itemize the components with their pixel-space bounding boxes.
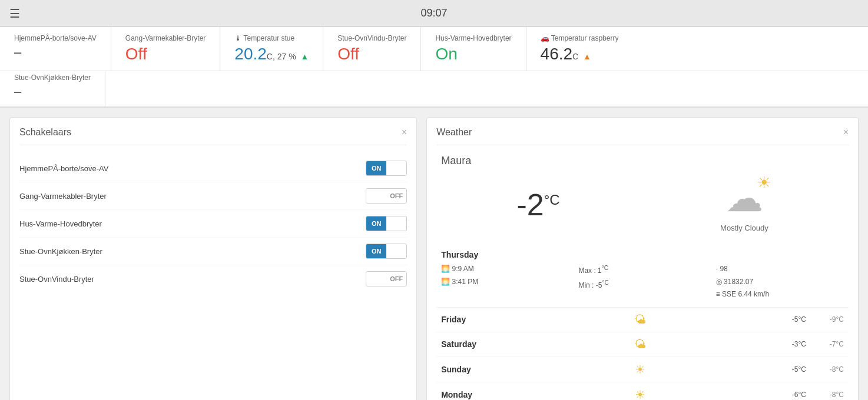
- forecast-row-sunday: Sunday ☀ -5°C -8°C: [436, 357, 849, 382]
- status-item-hjemme: HjemmePÅ-borte/sove-AV –: [0, 27, 111, 71]
- status-value-temp-raspberry: 46.2C ▲: [541, 45, 619, 64]
- temp-raspberry-arrow: ▲: [583, 52, 591, 61]
- status-label-temp-stue: 🌡 Temperatur stue: [234, 34, 309, 42]
- toggle-on-vindu[interactable]: [366, 272, 386, 286]
- switch-label-vindu: Stue-OvnVindu-Bryter: [19, 275, 366, 284]
- thursday-stats: · 98 ◎ 31832.07 ≡ SSE 6.44 km/h: [716, 263, 844, 301]
- status-value-stue-vindu: Off: [337, 45, 406, 64]
- wind-icon: ≡: [716, 290, 720, 298]
- sunset-icon: 🌅: [441, 278, 450, 286]
- status-item-temp-raspberry: 🚗 Temperatur raspberry 46.2C ▲: [526, 27, 633, 71]
- toggle-vindu[interactable]: OFF: [366, 271, 407, 286]
- forecast-day-friday: Friday: [441, 315, 488, 324]
- weather-location: Maura: [436, 155, 849, 167]
- car-icon: 🚗: [541, 34, 549, 42]
- weather-icon-area: ☁ ☀ Mostly Cloudy: [720, 176, 768, 232]
- sun-rays-icon: ☀: [757, 173, 771, 192]
- thursday-label: Thursday: [441, 250, 844, 259]
- status-item-gang: Gang-Varmekabler-Bryter Off: [111, 27, 221, 71]
- switch-label-hus: Hus-Varme-Hovedbryter: [19, 219, 366, 228]
- forecast-high-monday: -8°C: [830, 391, 844, 399]
- forecast-low-saturday: -3°C: [792, 340, 806, 348]
- weather-panel: Weather × Maura -2°C ☁ ☀ Mostly Cloudy T…: [426, 117, 859, 400]
- pressure-icon: ◎: [716, 278, 722, 286]
- weather-main: -2°C ☁ ☀ Mostly Cloudy: [436, 176, 849, 232]
- switch-label-kjokken: Stue-OvnKjøkken-Bryter: [19, 247, 366, 256]
- schakelaars-panel: Schakelaars × HjemmePÅ-borte/sove-AV ON …: [9, 117, 417, 400]
- status-item-stue-vindu: Stue-OvnVindu-Bryter Off: [323, 27, 421, 71]
- forecast-icon-friday: 🌤: [488, 313, 792, 326]
- status-label-hus-varme: Hus-Varme-Hovedbryter: [435, 34, 511, 42]
- forecast-icon-sunday: ☀: [488, 362, 792, 376]
- sunrise-icon: 🌅: [441, 265, 450, 273]
- weather-temperature: -2°C: [516, 187, 559, 222]
- status-bar: HjemmePÅ-borte/sove-AV – Gang-Varmekable…: [0, 27, 868, 71]
- forecast-high-friday: -9°C: [830, 315, 844, 324]
- forecast-day-monday: Monday: [441, 390, 488, 399]
- toggle-on-gang[interactable]: [366, 189, 386, 203]
- thursday-row: Thursday 🌅 9:9 AM 🌅 3:41 PM Max : 1°C Mi…: [436, 244, 849, 308]
- thermometer-icon: 🌡: [234, 34, 241, 42]
- status-label-stue-vindu: Stue-OvnVindu-Bryter: [337, 34, 406, 42]
- toggle-gang[interactable]: OFF: [366, 188, 407, 204]
- status-label-kjokken: Stue-OvnKjøkken-Bryter: [14, 74, 91, 82]
- forecast-low-monday: -6°C: [792, 391, 806, 399]
- thursday-times: 🌅 9:9 AM 🌅 3:41 PM: [441, 263, 569, 301]
- temp-arrow-up: ▲: [300, 52, 309, 61]
- switch-row-gang: Gang-Varmekabler-Bryter OFF: [19, 182, 407, 210]
- status-item-temp-stue: 🌡 Temperatur stue 20.2C, 27 % ▲: [220, 27, 323, 71]
- status-label-temp-raspberry: 🚗 Temperatur raspberry: [541, 34, 619, 42]
- status-bar-2: Stue-OvnKjøkken-Bryter –: [0, 71, 868, 108]
- status-value-kjokken: –: [14, 84, 91, 99]
- thursday-maxmin: Max : 1°C Min : -5°C: [578, 263, 706, 301]
- forecast-low-sunday: -5°C: [792, 365, 806, 374]
- switch-row-hus: Hus-Varme-Hovedbryter ON: [19, 210, 407, 238]
- menu-icon[interactable]: ☰: [9, 6, 20, 21]
- switch-row-kjokken: Stue-OvnKjøkken-Bryter ON: [19, 238, 407, 265]
- forecast-row-friday: Friday 🌤 -5°C -9°C: [436, 308, 849, 332]
- status-value-gang: Off: [125, 45, 206, 64]
- toggle-hus[interactable]: ON: [366, 216, 407, 231]
- clock-display: 09:07: [420, 7, 447, 19]
- forecast-day-saturday: Saturday: [441, 339, 488, 349]
- weather-condition: Mostly Cloudy: [720, 224, 768, 232]
- forecast-row-monday: Monday ☀ -6°C -8°C: [436, 382, 849, 400]
- status-value-hjemme: –: [14, 45, 97, 60]
- forecast-icon-monday: ☀: [488, 388, 792, 400]
- forecast-icon-saturday: 🌤: [488, 338, 792, 351]
- status-item-hus-varme: Hus-Varme-Hovedbryter On: [421, 27, 526, 71]
- toggle-hjemme[interactable]: ON: [366, 161, 407, 176]
- main-content: Schakelaars × HjemmePÅ-borte/sove-AV ON …: [0, 108, 868, 400]
- weather-close-button[interactable]: ×: [843, 127, 849, 138]
- status-item-kjokken: Stue-OvnKjøkken-Bryter –: [0, 71, 105, 106]
- forecast-temps-sunday: -5°C -8°C: [792, 365, 844, 374]
- toggle-on-hus[interactable]: ON: [366, 216, 386, 231]
- weather-title: Weather: [436, 127, 472, 138]
- toggle-off-hjemme[interactable]: [386, 161, 406, 175]
- toggle-off-kjokken[interactable]: [386, 244, 406, 258]
- weather-header: Weather ×: [436, 127, 849, 145]
- schakelaars-close-button[interactable]: ×: [402, 127, 407, 138]
- switch-row-hjemme: HjemmePÅ-borte/sove-AV ON: [19, 155, 407, 182]
- switch-label-gang: Gang-Varmekabler-Bryter: [19, 192, 366, 201]
- forecast-temps-saturday: -3°C -7°C: [792, 340, 844, 348]
- toggle-on-kjokken[interactable]: ON: [366, 244, 386, 258]
- forecast-temps-friday: -5°C -9°C: [792, 315, 844, 324]
- schakelaars-header: Schakelaars ×: [19, 127, 407, 145]
- toggle-off-gang[interactable]: OFF: [386, 189, 406, 203]
- forecast-high-saturday: -7°C: [830, 340, 844, 348]
- toggle-on-hjemme[interactable]: ON: [366, 161, 386, 175]
- humidity-icon: ·: [716, 265, 718, 273]
- toggle-off-vindu[interactable]: OFF: [386, 272, 406, 286]
- topbar: ☰ 09:07: [0, 0, 868, 27]
- forecast-low-friday: -5°C: [792, 315, 806, 324]
- toggle-kjokken[interactable]: ON: [366, 244, 407, 259]
- switch-label-hjemme: HjemmePÅ-borte/sove-AV: [19, 164, 366, 173]
- thursday-details: 🌅 9:9 AM 🌅 3:41 PM Max : 1°C Min : -5°C …: [441, 263, 844, 301]
- status-label-hjemme: HjemmePÅ-borte/sove-AV: [14, 34, 97, 42]
- status-value-temp-stue: 20.2C, 27 % ▲: [234, 45, 309, 64]
- forecast-high-sunday: -8°C: [830, 365, 844, 374]
- toggle-off-hus[interactable]: [386, 216, 406, 231]
- schakelaars-title: Schakelaars: [19, 127, 71, 138]
- switch-row-vindu: Stue-OvnVindu-Bryter OFF: [19, 265, 407, 292]
